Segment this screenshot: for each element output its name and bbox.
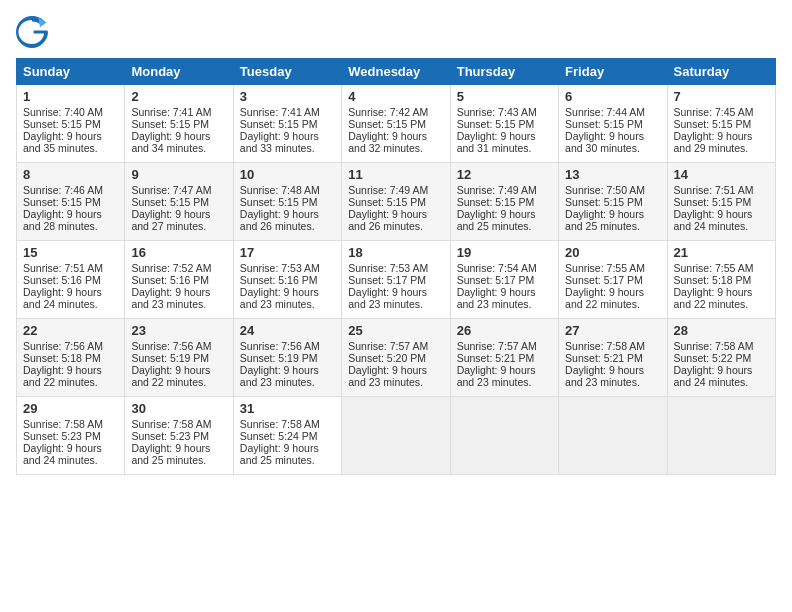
sunrise: Sunrise: 7:41 AM — [131, 106, 211, 118]
day-cell: 16Sunrise: 7:52 AMSunset: 5:16 PMDayligh… — [125, 241, 233, 319]
sunset: Sunset: 5:15 PM — [240, 196, 318, 208]
sunset: Sunset: 5:22 PM — [674, 352, 752, 364]
day-cell — [342, 397, 450, 475]
day-number: 13 — [565, 167, 660, 182]
day-cell: 21Sunrise: 7:55 AMSunset: 5:18 PMDayligh… — [667, 241, 775, 319]
daylight: Daylight: 9 hours and 23 minutes. — [240, 286, 319, 310]
logo — [16, 16, 52, 48]
sunrise: Sunrise: 7:52 AM — [131, 262, 211, 274]
sunrise: Sunrise: 7:54 AM — [457, 262, 537, 274]
week-row-2: 15Sunrise: 7:51 AMSunset: 5:16 PMDayligh… — [17, 241, 776, 319]
day-cell: 27Sunrise: 7:58 AMSunset: 5:21 PMDayligh… — [559, 319, 667, 397]
sunset: Sunset: 5:15 PM — [348, 118, 426, 130]
day-cell: 22Sunrise: 7:56 AMSunset: 5:18 PMDayligh… — [17, 319, 125, 397]
day-cell: 5Sunrise: 7:43 AMSunset: 5:15 PMDaylight… — [450, 85, 558, 163]
sunrise: Sunrise: 7:53 AM — [240, 262, 320, 274]
sunrise: Sunrise: 7:44 AM — [565, 106, 645, 118]
header-cell-monday: Monday — [125, 59, 233, 85]
header-row: SundayMondayTuesdayWednesdayThursdayFrid… — [17, 59, 776, 85]
daylight: Daylight: 9 hours and 26 minutes. — [240, 208, 319, 232]
header-cell-sunday: Sunday — [17, 59, 125, 85]
sunset: Sunset: 5:16 PM — [131, 274, 209, 286]
day-number: 18 — [348, 245, 443, 260]
sunrise: Sunrise: 7:58 AM — [565, 340, 645, 352]
day-cell: 23Sunrise: 7:56 AMSunset: 5:19 PMDayligh… — [125, 319, 233, 397]
day-cell: 3Sunrise: 7:41 AMSunset: 5:15 PMDaylight… — [233, 85, 341, 163]
daylight: Daylight: 9 hours and 24 minutes. — [23, 442, 102, 466]
sunrise: Sunrise: 7:48 AM — [240, 184, 320, 196]
sunrise: Sunrise: 7:55 AM — [565, 262, 645, 274]
sunrise: Sunrise: 7:47 AM — [131, 184, 211, 196]
sunset: Sunset: 5:15 PM — [131, 118, 209, 130]
sunset: Sunset: 5:15 PM — [457, 118, 535, 130]
day-number: 29 — [23, 401, 118, 416]
day-cell: 2Sunrise: 7:41 AMSunset: 5:15 PMDaylight… — [125, 85, 233, 163]
sunset: Sunset: 5:17 PM — [457, 274, 535, 286]
day-number: 5 — [457, 89, 552, 104]
daylight: Daylight: 9 hours and 24 minutes. — [674, 364, 753, 388]
sunrise: Sunrise: 7:58 AM — [23, 418, 103, 430]
day-number: 27 — [565, 323, 660, 338]
sunset: Sunset: 5:23 PM — [23, 430, 101, 442]
sunset: Sunset: 5:15 PM — [348, 196, 426, 208]
daylight: Daylight: 9 hours and 22 minutes. — [565, 286, 644, 310]
week-row-4: 29Sunrise: 7:58 AMSunset: 5:23 PMDayligh… — [17, 397, 776, 475]
sunrise: Sunrise: 7:58 AM — [131, 418, 211, 430]
daylight: Daylight: 9 hours and 25 minutes. — [240, 442, 319, 466]
day-cell: 11Sunrise: 7:49 AMSunset: 5:15 PMDayligh… — [342, 163, 450, 241]
daylight: Daylight: 9 hours and 23 minutes. — [348, 364, 427, 388]
sunset: Sunset: 5:16 PM — [23, 274, 101, 286]
day-cell: 26Sunrise: 7:57 AMSunset: 5:21 PMDayligh… — [450, 319, 558, 397]
day-number: 8 — [23, 167, 118, 182]
sunrise: Sunrise: 7:57 AM — [457, 340, 537, 352]
sunset: Sunset: 5:19 PM — [240, 352, 318, 364]
day-cell: 15Sunrise: 7:51 AMSunset: 5:16 PMDayligh… — [17, 241, 125, 319]
sunrise: Sunrise: 7:53 AM — [348, 262, 428, 274]
week-row-0: 1Sunrise: 7:40 AMSunset: 5:15 PMDaylight… — [17, 85, 776, 163]
logo-icon — [16, 16, 48, 48]
sunrise: Sunrise: 7:49 AM — [457, 184, 537, 196]
sunset: Sunset: 5:18 PM — [23, 352, 101, 364]
sunset: Sunset: 5:21 PM — [457, 352, 535, 364]
day-cell: 4Sunrise: 7:42 AMSunset: 5:15 PMDaylight… — [342, 85, 450, 163]
sunrise: Sunrise: 7:43 AM — [457, 106, 537, 118]
day-number: 1 — [23, 89, 118, 104]
day-cell: 14Sunrise: 7:51 AMSunset: 5:15 PMDayligh… — [667, 163, 775, 241]
day-number: 17 — [240, 245, 335, 260]
day-cell — [559, 397, 667, 475]
sunrise: Sunrise: 7:56 AM — [240, 340, 320, 352]
daylight: Daylight: 9 hours and 29 minutes. — [674, 130, 753, 154]
daylight: Daylight: 9 hours and 22 minutes. — [23, 364, 102, 388]
daylight: Daylight: 9 hours and 23 minutes. — [565, 364, 644, 388]
day-cell: 19Sunrise: 7:54 AMSunset: 5:17 PMDayligh… — [450, 241, 558, 319]
sunset: Sunset: 5:20 PM — [348, 352, 426, 364]
day-number: 9 — [131, 167, 226, 182]
day-number: 31 — [240, 401, 335, 416]
daylight: Daylight: 9 hours and 22 minutes. — [131, 364, 210, 388]
daylight: Daylight: 9 hours and 32 minutes. — [348, 130, 427, 154]
sunrise: Sunrise: 7:55 AM — [674, 262, 754, 274]
sunrise: Sunrise: 7:58 AM — [240, 418, 320, 430]
day-cell: 30Sunrise: 7:58 AMSunset: 5:23 PMDayligh… — [125, 397, 233, 475]
sunset: Sunset: 5:15 PM — [23, 196, 101, 208]
sunrise: Sunrise: 7:50 AM — [565, 184, 645, 196]
header — [16, 16, 776, 48]
day-cell: 12Sunrise: 7:49 AMSunset: 5:15 PMDayligh… — [450, 163, 558, 241]
daylight: Daylight: 9 hours and 30 minutes. — [565, 130, 644, 154]
sunrise: Sunrise: 7:46 AM — [23, 184, 103, 196]
daylight: Daylight: 9 hours and 24 minutes. — [674, 208, 753, 232]
day-number: 14 — [674, 167, 769, 182]
daylight: Daylight: 9 hours and 23 minutes. — [348, 286, 427, 310]
sunset: Sunset: 5:24 PM — [240, 430, 318, 442]
day-number: 2 — [131, 89, 226, 104]
sunset: Sunset: 5:19 PM — [131, 352, 209, 364]
day-cell: 17Sunrise: 7:53 AMSunset: 5:16 PMDayligh… — [233, 241, 341, 319]
day-number: 3 — [240, 89, 335, 104]
sunset: Sunset: 5:15 PM — [240, 118, 318, 130]
sunset: Sunset: 5:15 PM — [565, 196, 643, 208]
daylight: Daylight: 9 hours and 23 minutes. — [131, 286, 210, 310]
day-number: 30 — [131, 401, 226, 416]
sunrise: Sunrise: 7:57 AM — [348, 340, 428, 352]
day-number: 22 — [23, 323, 118, 338]
daylight: Daylight: 9 hours and 33 minutes. — [240, 130, 319, 154]
